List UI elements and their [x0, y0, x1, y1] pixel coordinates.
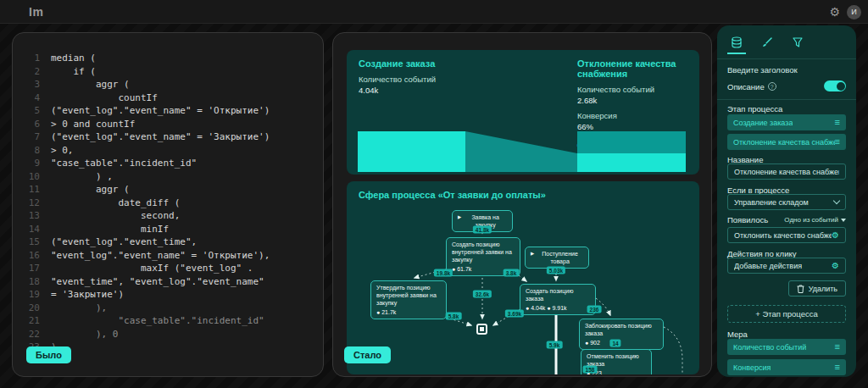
- code-text: > 0 and countIf: [51, 118, 135, 131]
- delete-button[interactable]: Удалить: [788, 280, 846, 297]
- stage-chip-label: Создание заказа: [733, 119, 793, 127]
- name-input[interactable]: Отклонение качества снабжения: [727, 164, 846, 180]
- measure-chip[interactable]: Конверсия ≡: [727, 359, 846, 375]
- process-node[interactable]: ▶ Поступление товара: [525, 247, 589, 269]
- code-line: 15("event_log"."event_time",: [19, 236, 314, 249]
- line-number: 5: [19, 104, 40, 118]
- code-text: aggr (: [51, 78, 130, 91]
- code-text: "case_table"."incident_id": [51, 314, 264, 328]
- process-select[interactable]: Управление складом: [727, 194, 846, 210]
- code-line: 14 minIf: [19, 223, 314, 236]
- visualization-panel: Создание заказа Количество событий 4.04k…: [332, 32, 712, 377]
- code-line: 4 countIf: [19, 91, 314, 105]
- stage-section-label: Этап процесса: [727, 104, 782, 114]
- code-text: "case_table"."incident_id": [51, 157, 197, 170]
- description-toggle[interactable]: [824, 80, 846, 91]
- edge-count-badge: 3.8k: [504, 269, 520, 277]
- code-line: 6> 0 and countIf: [19, 118, 314, 131]
- line-number: 22: [19, 328, 40, 341]
- code-text: = 'Закрытие'): [51, 288, 124, 302]
- code-line: 17 maxIf ("event_log" .: [19, 262, 314, 275]
- drag-handle-icon[interactable]: ≡: [835, 342, 840, 352]
- trash-icon: [797, 285, 804, 293]
- process-end-node[interactable]: [476, 324, 487, 335]
- user-avatar[interactable]: И: [847, 5, 861, 19]
- add-stage-button[interactable]: + Этап процесса: [727, 305, 846, 323]
- funnel-icon: [792, 36, 804, 48]
- code-text: "event_time", "event_log"."event_name": [51, 275, 264, 289]
- code-text: maxIf ("event_log" .: [51, 262, 253, 275]
- process-node[interactable]: Создать позицию заказа ● 4.04k ● 9.91k: [520, 284, 596, 315]
- gear-icon[interactable]: ⚙: [832, 231, 839, 240]
- code-text: ("event_log"."event_time",: [51, 236, 197, 249]
- code-line: 19= 'Закрытие'): [19, 288, 314, 302]
- code-line: 20 ),: [19, 302, 314, 315]
- appeared-row: Появилось Одно из событий: [727, 215, 846, 224]
- process-node-stats: ● 902: [585, 339, 658, 346]
- line-number: 10: [19, 170, 40, 184]
- code-line: 1median (: [19, 52, 314, 65]
- tab-data[interactable]: [727, 31, 746, 53]
- code-line: 11 aggr (: [19, 183, 314, 197]
- info-icon: ?: [768, 82, 776, 91]
- line-number: 17: [19, 262, 40, 275]
- line-number: 7: [19, 130, 40, 144]
- tab-filter[interactable]: [788, 31, 807, 53]
- code-text: date_diff (: [51, 197, 180, 210]
- stage-chip[interactable]: Отклонение качества снабжения ≡: [727, 134, 846, 150]
- process-node-stats: ● 21.7k: [376, 308, 441, 316]
- code-text: if (: [51, 65, 96, 79]
- code-text: ) ,: [51, 170, 113, 184]
- line-number: 18: [19, 275, 40, 289]
- code-line: 10 ) ,: [19, 170, 314, 184]
- measure-label: Мера: [727, 330, 748, 339]
- line-number: 2: [19, 65, 40, 79]
- play-icon: ▶: [531, 250, 534, 258]
- edge-count-badge: 14: [609, 340, 620, 347]
- measure-chip[interactable]: Количество событий ≡: [727, 339, 846, 355]
- was-button[interactable]: Было: [26, 346, 71, 363]
- drag-handle-icon[interactable]: ≡: [835, 118, 840, 127]
- tab-style[interactable]: [758, 31, 776, 53]
- actions-input[interactable]: Добавьте действия ⚙: [727, 258, 846, 274]
- caret-down-icon: [841, 219, 846, 222]
- became-button[interactable]: Стало: [344, 346, 391, 363]
- line-number: 13: [19, 209, 40, 223]
- line-number: 9: [19, 157, 40, 170]
- edge-count-badge: 5.8k: [446, 313, 462, 320]
- line-number: 12: [19, 197, 40, 210]
- line-number: 4: [19, 91, 40, 105]
- process-node-label: Создать позицию внутренней заявки на зак…: [452, 241, 515, 263]
- code-line: 13 second,: [19, 209, 314, 223]
- process-map-title: Сфера процесса «От заявки до оплаты»: [359, 190, 546, 200]
- code-text: countIf: [51, 91, 158, 105]
- line-number: 8: [19, 144, 40, 158]
- drag-handle-icon[interactable]: ≡: [835, 363, 840, 372]
- code-text: second,: [51, 209, 180, 223]
- brush-icon: [761, 36, 773, 48]
- code-line: 7("event_log"."event_name" = 'Закрытие'): [19, 130, 314, 144]
- code-text: "event_log"."event_name" = 'Открытие'),: [51, 249, 270, 263]
- code-editor: 1median ( 2 if ( 3 aggr ( 4 countIf 5("e…: [13, 33, 323, 354]
- line-number: 3: [19, 78, 40, 91]
- line-number: 19: [19, 288, 40, 302]
- edge-count-badge: 5.9k: [547, 341, 563, 349]
- top-bar: Im ⚙ И: [0, 0, 868, 24]
- code-text: minIf: [51, 223, 169, 236]
- appeared-event-input[interactable]: Отклонить качество снабжения ⚙: [727, 227, 846, 243]
- appeared-label: Появилось: [727, 215, 768, 224]
- funnel-card: Создание заказа Количество событий 4.04k…: [347, 50, 699, 175]
- code-text: median (: [51, 52, 96, 65]
- settings-gear-icon[interactable]: ⚙: [829, 6, 840, 18]
- gear-icon[interactable]: ⚙: [832, 262, 839, 270]
- title-input[interactable]: Введите заголовок: [727, 65, 798, 75]
- process-node[interactable]: Утвердить позицию внутренней заявки на з…: [370, 280, 447, 319]
- stage-chip[interactable]: Создание заказа ≡: [727, 114, 846, 130]
- process-node[interactable]: Заблокировать позицию заказа ● 902: [579, 319, 664, 350]
- code-line: 12 date_diff (: [19, 197, 314, 210]
- line-number: 20: [19, 302, 40, 315]
- process-node-stats: ● 4.04k ● 9.91k: [526, 304, 590, 312]
- edge-count-badge: 32.6k: [473, 291, 492, 298]
- appeared-mode-dropdown[interactable]: Одно из событий: [784, 216, 846, 224]
- drag-handle-icon[interactable]: ≡: [835, 137, 840, 147]
